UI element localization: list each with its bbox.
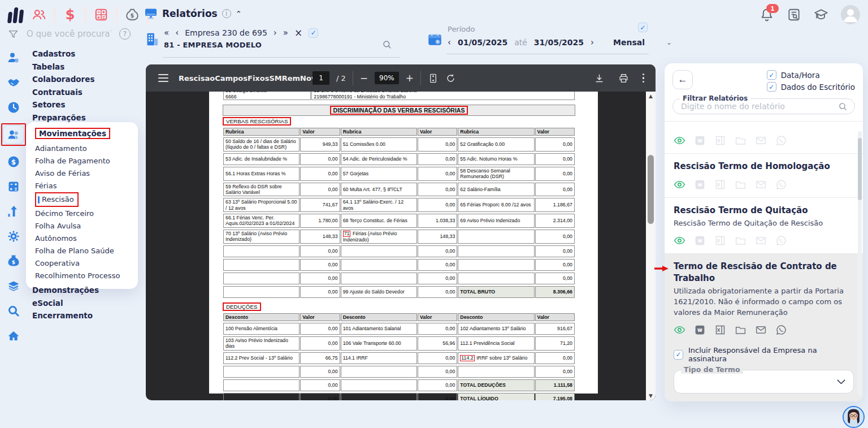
report-title[interactable]: Termo de Rescisão de Contrato de Trabalh… bbox=[674, 261, 854, 284]
sidebar-item-esocial[interactable]: eSocial bbox=[32, 297, 99, 310]
sidebar-item-cadastros[interactable]: Cadastros bbox=[32, 47, 94, 60]
word-icon[interactable]: w bbox=[694, 179, 706, 191]
filter-reports-input[interactable] bbox=[680, 101, 838, 111]
sidebar-rail-item-dollar[interactable]: $ bbox=[3, 153, 24, 171]
filter-search-icon[interactable] bbox=[838, 102, 848, 111]
sidebar-item-folha-avulsa[interactable]: Folha Avulsa bbox=[35, 220, 138, 232]
report-item[interactable]: Rescisão Termo de Homologaçãow bbox=[665, 154, 863, 198]
rotate-icon[interactable] bbox=[445, 73, 456, 84]
sidebar-rail-item-clock[interactable] bbox=[3, 98, 24, 116]
report-item[interactable]: Rescisão Termo de QuitaçãoRescisão Termo… bbox=[665, 198, 863, 254]
prev-period-icon[interactable]: ‹ bbox=[448, 37, 451, 47]
email-icon[interactable] bbox=[755, 179, 767, 191]
calculator-icon[interactable] bbox=[94, 7, 108, 22]
period-mode-chevron-icon[interactable]: ⌄ bbox=[666, 38, 672, 46]
zoom-out-icon[interactable]: − bbox=[360, 74, 368, 83]
last-company-icon[interactable]: » bbox=[283, 28, 288, 38]
company-search-icon[interactable] bbox=[382, 40, 392, 50]
pdf-scrollbar-thumb[interactable] bbox=[648, 155, 654, 224]
document-search-icon[interactable] bbox=[787, 7, 801, 22]
notifications-bell-icon[interactable]: 1 bbox=[760, 7, 774, 22]
prev-company-icon[interactable]: ‹ bbox=[175, 28, 179, 38]
sidebar-item-cooperativa[interactable]: Cooperativa bbox=[35, 257, 138, 270]
view-icon[interactable] bbox=[674, 235, 685, 247]
files-icon[interactable] bbox=[735, 324, 747, 336]
payments-icon[interactable]: $ bbox=[63, 7, 77, 22]
help-icon[interactable]: ? bbox=[119, 28, 131, 40]
download-icon[interactable] bbox=[594, 73, 605, 84]
report-title[interactable]: Rescisão Termo de Homologação bbox=[674, 161, 854, 172]
sidebar-rail-item-user-gear[interactable] bbox=[3, 49, 24, 67]
sidebar-item-recolhimento-processo[interactable]: Recolhimento Processo bbox=[35, 270, 138, 282]
email-icon[interactable] bbox=[755, 235, 767, 247]
zoom-in-icon[interactable]: + bbox=[406, 74, 414, 83]
sidebar-item-setores[interactable]: Setores bbox=[32, 98, 94, 111]
filter-funnel-icon[interactable] bbox=[8, 29, 19, 40]
office-data-checkbox[interactable]: ✓ bbox=[767, 82, 776, 92]
sidebar-item-d-cimo-terceiro[interactable]: Décimo Terceiro bbox=[35, 207, 138, 220]
period-start-date[interactable]: 01/05/2025 bbox=[458, 38, 507, 47]
assistant-avatar[interactable] bbox=[843, 406, 865, 428]
sidebar-rail-item-money-bag[interactable]: $ bbox=[3, 252, 24, 270]
sidebar-rail-item-growth[interactable] bbox=[3, 202, 24, 221]
word-icon[interactable]: w bbox=[694, 135, 706, 146]
report-title[interactable]: Rescisão Termo de Quitação bbox=[674, 205, 854, 217]
sidebar-rail-item-home[interactable] bbox=[3, 327, 24, 345]
sidebar-item-rescis-o[interactable]: Rescisão bbox=[35, 192, 138, 207]
panel-scrollbar[interactable] bbox=[858, 131, 862, 396]
user-avatar[interactable] bbox=[841, 5, 860, 24]
files-icon[interactable] bbox=[735, 235, 747, 247]
next-period-icon[interactable]: › bbox=[591, 37, 594, 47]
files-icon[interactable] bbox=[735, 179, 747, 191]
scroll-down-icon[interactable]: ▼ bbox=[646, 391, 656, 400]
report-item-selected[interactable]: Termo de Rescisão de Contrato de Trabalh… bbox=[665, 254, 863, 338]
include-signature-toggle[interactable]: ✓ Incluir Responsável da Empresa na assi… bbox=[674, 346, 854, 363]
word-icon[interactable]: w bbox=[694, 235, 706, 247]
sidebar-rail-item-layers[interactable] bbox=[3, 277, 24, 295]
whatsapp-icon[interactable] bbox=[775, 324, 787, 336]
sidebar-item-encerramento[interactable]: Encerramento bbox=[32, 309, 99, 322]
files-icon[interactable] bbox=[735, 135, 747, 146]
view-icon[interactable] bbox=[674, 324, 685, 336]
first-company-icon[interactable]: « bbox=[164, 28, 169, 38]
sidebar-item-demonstra-es[interactable]: Demonstrações bbox=[32, 284, 99, 297]
excel-icon[interactable] bbox=[714, 135, 726, 146]
pdf-scrollbar[interactable]: ▲ ▼ bbox=[646, 92, 656, 400]
datetime-checkbox[interactable]: ✓ bbox=[767, 70, 776, 80]
period-end-date[interactable]: 31/05/2025 bbox=[534, 38, 584, 47]
sidebar-rail-item-calculator[interactable] bbox=[3, 178, 24, 196]
sidebar-item-colaboradores[interactable]: Colaboradores bbox=[32, 73, 94, 86]
submenu-title[interactable]: Movimentações bbox=[35, 128, 110, 139]
excel-icon[interactable] bbox=[714, 324, 726, 336]
sidebar-item-aviso-de-f-rias[interactable]: Aviso de Férias bbox=[35, 167, 138, 180]
sidebar-item-folha-de-plano-sa-de[interactable]: Folha de Plano Saúde bbox=[35, 245, 138, 257]
sidebar-item-f-rias[interactable]: Férias bbox=[35, 180, 138, 192]
word-icon[interactable]: w bbox=[694, 324, 706, 336]
print-icon[interactable] bbox=[618, 73, 629, 84]
sidebar-rail-item-people[interactable] bbox=[3, 125, 24, 144]
back-button[interactable]: ← bbox=[672, 70, 693, 89]
employees-icon[interactable] bbox=[32, 7, 46, 22]
pdf-page-input[interactable] bbox=[313, 71, 329, 85]
email-icon[interactable] bbox=[755, 324, 767, 336]
sidebar-item-contratuais[interactable]: Contratuais bbox=[32, 86, 94, 99]
include-signature-checkbox[interactable]: ✓ bbox=[674, 350, 683, 360]
view-icon[interactable] bbox=[674, 179, 685, 191]
sidebar-rail-item-search[interactable] bbox=[3, 302, 24, 320]
info-icon[interactable]: i bbox=[222, 9, 231, 18]
email-icon[interactable] bbox=[755, 135, 767, 146]
whatsapp-icon[interactable] bbox=[775, 235, 787, 247]
panel-scrollbar-thumb[interactable] bbox=[858, 138, 862, 200]
whatsapp-icon[interactable] bbox=[775, 135, 787, 146]
sidebar-item-folha-de-pagamento[interactable]: Folha de Pagamento bbox=[35, 155, 138, 167]
whatsapp-icon[interactable] bbox=[775, 179, 787, 191]
pdf-menu-icon[interactable] bbox=[158, 74, 168, 82]
app-logo[interactable] bbox=[8, 6, 23, 23]
collapse-chevron-icon[interactable]: ⌃ bbox=[236, 10, 242, 18]
excel-icon[interactable] bbox=[714, 235, 726, 247]
filter-reports-field[interactable]: Filtrar Relatórios bbox=[672, 98, 855, 114]
report-item[interactable]: w bbox=[665, 122, 863, 154]
next-company-icon[interactable]: › bbox=[274, 28, 277, 38]
training-graduation-icon[interactable] bbox=[814, 7, 828, 22]
scroll-up-icon[interactable]: ▲ bbox=[646, 92, 656, 101]
